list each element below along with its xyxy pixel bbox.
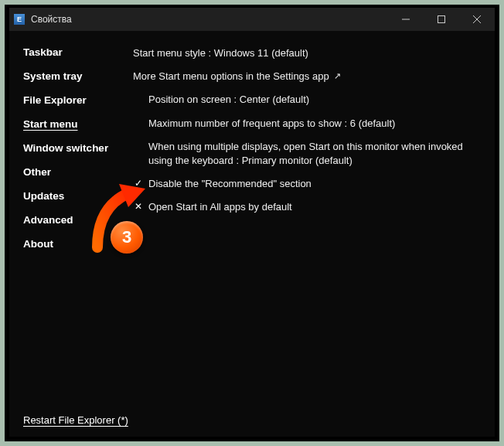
window-title: Свойства <box>31 14 72 25</box>
sidebar-item-about[interactable]: About <box>23 238 53 250</box>
maximize-button[interactable] <box>424 8 459 31</box>
setting-multi-display[interactable]: When using multiple displays, open Start… <box>133 140 481 168</box>
setting-text: Maximum number of frequent apps to show … <box>148 117 395 131</box>
sidebar-item-other[interactable]: Other <box>23 166 51 178</box>
setting-text: Position on screen : Center (default) <box>148 93 309 107</box>
link-more-options[interactable]: More Start menu options in the Settings … <box>133 70 481 83</box>
sidebar-item-updates[interactable]: Updates <box>23 190 64 202</box>
sidebar-item-taskbar[interactable]: Taskbar <box>23 46 63 58</box>
sidebar-item-advanced[interactable]: Advanced <box>23 214 73 226</box>
sidebar-item-system-tray[interactable]: System tray <box>23 70 83 82</box>
setting-text: Start menu style : Windows 11 (default) <box>133 46 308 60</box>
sidebar-item-file-explorer[interactable]: File Explorer <box>23 94 87 106</box>
toggle-disable-recommended[interactable]: ✓ Disable the "Recommended" section <box>133 177 481 191</box>
restart-file-explorer-link[interactable]: Restart File Explorer (*) <box>23 414 128 426</box>
x-icon: ✕ <box>133 200 144 213</box>
sidebar-item-start-menu[interactable]: Start menu <box>23 118 78 130</box>
minimize-button[interactable] <box>388 8 424 31</box>
toggle-label: Open Start in All apps by default <box>148 200 292 214</box>
toggle-label: Disable the "Recommended" section <box>148 177 312 191</box>
toggle-open-all-apps[interactable]: ✕ Open Start in All apps by default <box>133 200 481 214</box>
content-panel: Start menu style : Windows 11 (default) … <box>125 31 495 437</box>
close-button[interactable] <box>459 8 495 31</box>
setting-start-style[interactable]: Start menu style : Windows 11 (default) <box>133 46 481 60</box>
setting-position[interactable]: Position on screen : Center (default) <box>133 93 481 107</box>
svg-rect-1 <box>438 16 445 23</box>
external-link-icon: ↗ <box>334 70 341 82</box>
titlebar: E Свойства <box>9 8 495 31</box>
setting-text: When using multiple displays, open Start… <box>148 140 481 168</box>
link-text: More Start menu options in the Settings … <box>133 70 329 83</box>
app-icon: E <box>14 14 25 25</box>
check-icon: ✓ <box>133 177 144 190</box>
sidebar: Taskbar System tray File Explorer Start … <box>9 31 125 437</box>
setting-max-apps[interactable]: Maximum number of frequent apps to show … <box>133 117 481 131</box>
sidebar-item-window-switcher[interactable]: Window switcher <box>23 142 108 154</box>
